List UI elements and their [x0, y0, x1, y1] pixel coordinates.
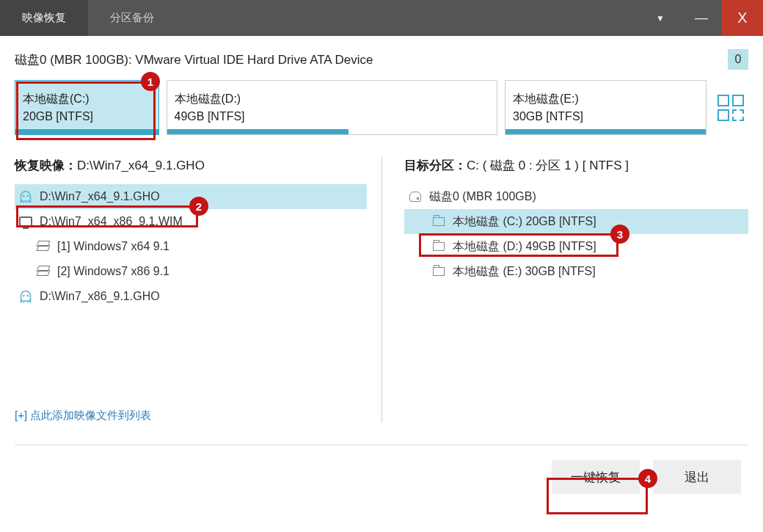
- annotation-3: 3: [610, 225, 629, 244]
- minimize-button[interactable]: —: [681, 0, 722, 36]
- partition-block[interactable]: 本地磁盘(C:)20GB [NTFS]: [15, 80, 159, 135]
- partition-block[interactable]: 本地磁盘(D:)49GB [NTFS]: [167, 80, 497, 135]
- tab-partition-backup[interactable]: 分区备份: [88, 0, 176, 36]
- layer-icon: [35, 238, 51, 255]
- restore-button[interactable]: 一键恢复: [552, 460, 640, 494]
- exit-button[interactable]: 退出: [653, 460, 741, 494]
- partition-block[interactable]: 本地磁盘(E:)30GB [NTFS]: [505, 80, 707, 135]
- annotation-2: 2: [189, 197, 208, 216]
- svg-point-0: [23, 195, 25, 197]
- tab-image-restore[interactable]: 映像恢复: [0, 0, 88, 36]
- grid-view-icon[interactable]: [714, 80, 748, 135]
- ghost-icon: [18, 288, 34, 305]
- layer-icon: [35, 263, 51, 280]
- partition-bar: 本地磁盘(C:)20GB [NTFS]本地磁盘(D:)49GB [NTFS]本地…: [15, 80, 748, 135]
- ghost-icon: [18, 189, 34, 205]
- add-image-link[interactable]: [+] 点此添加映像文件到列表: [15, 409, 367, 423]
- disk-title: 磁盘0 (MBR 100GB): VMware Virtual IDE Hard…: [15, 51, 728, 68]
- target-item[interactable]: 本地磁盘 (E:) 30GB [NTFS]: [404, 259, 748, 284]
- target-tree[interactable]: 磁盘0 (MBR 100GB)本地磁盘 (C:) 20GB [NTFS]本地磁盘…: [404, 184, 748, 284]
- annotation-1: 1: [141, 72, 160, 91]
- target-item[interactable]: 本地磁盘 (C:) 20GB [NTFS]: [404, 209, 748, 234]
- restore-image-label: 恢复映像：D:\Win7_x64_9.1.GHO: [15, 157, 367, 174]
- top-bar: 映像恢复 分区备份 ▼ — X: [0, 0, 763, 36]
- folder-icon: [431, 263, 447, 280]
- image-item[interactable]: D:\Win7_x86_9.1.GHO: [15, 284, 367, 309]
- target-item[interactable]: 磁盘0 (MBR 100GB): [404, 184, 748, 209]
- target-item[interactable]: 本地磁盘 (D:) 49GB [NTFS]: [404, 234, 748, 259]
- wim-icon: [18, 214, 34, 230]
- dropdown-button[interactable]: ▼: [640, 0, 681, 36]
- svg-point-3: [26, 295, 29, 297]
- image-list[interactable]: D:\Win7_x64_9.1.GHOD:\Win7_x64_x86_9.1.W…: [15, 184, 367, 397]
- drive-icon: [407, 189, 423, 205]
- folder-icon: [431, 238, 447, 255]
- image-item[interactable]: [1] Windows7 x64 9.1: [15, 234, 367, 259]
- image-item[interactable]: D:\Win7_x64_x86_9.1.WIM: [15, 209, 367, 234]
- annotation-4: 4: [638, 469, 657, 488]
- folder-icon: [431, 214, 447, 230]
- svg-point-2: [23, 295, 25, 297]
- image-item[interactable]: [2] Windows7 x86 9.1: [15, 259, 367, 284]
- disk-index-badge: 0: [728, 49, 748, 70]
- svg-point-1: [26, 195, 29, 197]
- close-button[interactable]: X: [722, 0, 763, 36]
- target-partition-label: 目标分区：C: ( 磁盘 0 : 分区 1 ) [ NTFS ]: [404, 157, 748, 174]
